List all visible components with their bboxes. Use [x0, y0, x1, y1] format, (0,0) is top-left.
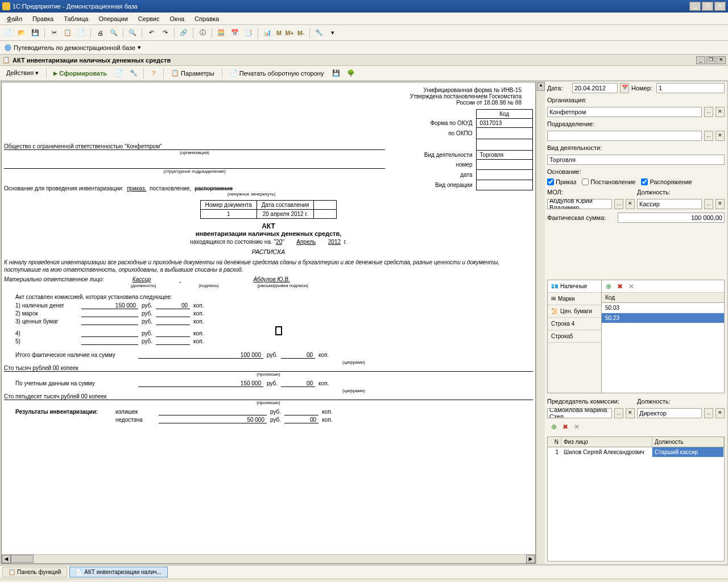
- actions-dropdown[interactable]: Действия ▾: [2, 68, 43, 78]
- guide-dropdown-icon[interactable]: ▾: [138, 44, 141, 51]
- chk-rasp[interactable]: Распоряжение: [641, 178, 692, 185]
- redo-icon[interactable]: ↷: [159, 27, 171, 39]
- params-button[interactable]: 📋 Параметры: [167, 68, 218, 78]
- tab-securities[interactable]: 📜Цен. бумаги: [548, 305, 601, 318]
- comm-clear-icon[interactable]: ✕: [572, 422, 581, 431]
- menu-service[interactable]: Сервис: [134, 14, 164, 23]
- print-back-button[interactable]: 📄 Печатать оборотную сторону: [226, 68, 328, 78]
- save-icon[interactable]: 💾: [30, 27, 41, 39]
- tab-panel-functions[interactable]: 📋Панель функций: [2, 567, 67, 577]
- export-icon[interactable]: 💾: [330, 67, 342, 80]
- m-button[interactable]: M: [275, 30, 283, 36]
- form-button[interactable]: Сформировать: [50, 69, 110, 78]
- m-minus-button[interactable]: M-: [296, 30, 306, 36]
- podr-clear-icon[interactable]: ✕: [715, 131, 725, 141]
- tab-akt-document[interactable]: 📄АКТ инвентаризации налич...: [69, 567, 168, 577]
- form-header-2: Утверждена постановлением Госкомстата: [4, 93, 533, 99]
- menu-table[interactable]: Таблица: [59, 14, 93, 23]
- grid-row-1[interactable]: 50.03: [602, 303, 724, 313]
- fact-field[interactable]: 100 000,00: [618, 213, 725, 223]
- menu-help[interactable]: Справка: [190, 14, 224, 23]
- tab-cash[interactable]: 💶Наличные: [548, 280, 601, 293]
- pos-clear-icon[interactable]: ✕: [715, 199, 725, 209]
- date-field[interactable]: 20.04.2012: [572, 83, 618, 93]
- chk-post[interactable]: Постановление: [582, 178, 635, 185]
- info-icon[interactable]: ⓘ: [197, 27, 208, 39]
- new-icon[interactable]: 📄: [2, 27, 14, 39]
- pred-select-icon[interactable]: ...: [614, 408, 623, 418]
- splitter-scrollbar[interactable]: ▲: [537, 82, 545, 564]
- chk-prikaz[interactable]: Приказ: [547, 178, 576, 185]
- comm-del-icon[interactable]: ✖: [561, 422, 570, 431]
- words-1: Сто тысяч рублей 00 копеек: [4, 365, 533, 372]
- menu-ops[interactable]: Операции: [94, 14, 132, 23]
- date-picker-icon[interactable]: 📅: [620, 83, 629, 93]
- grid-row-2[interactable]: 50.23: [602, 313, 724, 323]
- commission-row-1[interactable]: 1 Шилов Сергей Александрович Старший кас…: [548, 447, 724, 457]
- mol-select-icon[interactable]: ...: [614, 199, 623, 209]
- org-clear-icon[interactable]: ✕: [715, 107, 725, 117]
- close-button[interactable]: ✕: [714, 2, 726, 11]
- delete-row-icon[interactable]: ✖: [615, 282, 624, 291]
- doc-restore-button[interactable]: ❐: [706, 56, 715, 64]
- org-field[interactable]: Конфетпром: [547, 107, 702, 117]
- akt-intro: Акт составлен комиссией, которая установ…: [15, 294, 533, 300]
- link-icon[interactable]: 🔗: [178, 27, 189, 39]
- pred-pos-field[interactable]: Директор: [637, 408, 702, 418]
- vid-field[interactable]: Торговля: [547, 155, 725, 165]
- subdiv-line: [4, 162, 385, 169]
- print-icon[interactable]: 🖨: [94, 27, 106, 39]
- paste-icon[interactable]: 📄: [76, 27, 87, 39]
- add-row-icon[interactable]: ⊕: [604, 282, 613, 291]
- horizontal-scrollbar[interactable]: ◄ ►: [2, 554, 535, 563]
- menu-edit[interactable]: Правка: [28, 14, 58, 23]
- osn-prikaz: приказ,: [127, 185, 146, 192]
- calendar-icon[interactable]: 📅: [229, 27, 241, 39]
- document-pane: Унифицированная форма № ИНВ-15 Утвержден…: [1, 82, 536, 564]
- menu-file[interactable]: Файл: [2, 14, 27, 23]
- minimize-button[interactable]: _: [689, 2, 701, 11]
- copy-icon[interactable]: 📋: [62, 27, 73, 39]
- raspiska-title: РАСПИСКА: [4, 248, 533, 255]
- pred-field[interactable]: Самойлова Марина Степ: [547, 408, 612, 418]
- m-plus-button[interactable]: M+: [284, 30, 295, 36]
- preview-icon[interactable]: 🔍: [108, 27, 119, 39]
- tab-stamps[interactable]: ✉Марки: [548, 293, 601, 305]
- num-field[interactable]: 1: [656, 83, 725, 93]
- zoom-icon[interactable]: 🔍: [127, 27, 138, 39]
- podr-field[interactable]: [547, 131, 702, 141]
- clear-icon[interactable]: ✕: [627, 282, 636, 291]
- pos-field[interactable]: Кассир: [637, 199, 702, 209]
- properties-pane: Дата: 20.04.2012 📅 Номер: 1 Организация:…: [545, 82, 727, 564]
- mol-clear-icon[interactable]: ✕: [626, 199, 635, 209]
- pred-clear-icon[interactable]: ✕: [626, 408, 635, 418]
- menu-windows[interactable]: Окна: [166, 14, 189, 23]
- doc2-icon[interactable]: 📑: [243, 27, 254, 39]
- tool-icon[interactable]: 🔧: [313, 27, 325, 39]
- maximize-button[interactable]: ❐: [702, 2, 713, 11]
- calc-icon[interactable]: 🧮: [216, 27, 227, 39]
- dropdown-icon[interactable]: ▾: [327, 27, 338, 39]
- tree-icon[interactable]: 🌳: [345, 67, 357, 80]
- mol-field[interactable]: Абдулов Юрий Владимир: [547, 199, 612, 209]
- predpos-select-icon[interactable]: ...: [704, 408, 713, 418]
- help-icon[interactable]: ?: [147, 67, 160, 80]
- pos-select-icon[interactable]: ...: [704, 199, 713, 209]
- refresh-icon[interactable]: 📄: [113, 67, 125, 80]
- org-select-icon[interactable]: ...: [704, 107, 713, 117]
- doc-minimize-button[interactable]: _: [696, 56, 705, 64]
- tab-row5[interactable]: Строка5: [548, 330, 601, 343]
- podr-select-icon[interactable]: ...: [704, 131, 713, 141]
- settings-icon[interactable]: 🔧: [127, 67, 140, 80]
- undo-icon[interactable]: ↶: [146, 27, 157, 39]
- chart-icon[interactable]: 📊: [262, 27, 273, 39]
- cut-icon[interactable]: ✂: [48, 27, 60, 39]
- document-content[interactable]: Унифицированная форма № ИНВ-15 Утвержден…: [2, 82, 535, 554]
- tab-row4[interactable]: Строка 4: [548, 318, 601, 330]
- form-header-1: Унифицированная форма № ИНВ-15: [4, 87, 533, 93]
- doc-close-button[interactable]: ✕: [717, 56, 726, 64]
- predpos-clear-icon[interactable]: ✕: [715, 408, 725, 418]
- guide-link[interactable]: Путеводитель по демонстрационной базе: [14, 44, 135, 51]
- comm-add-icon[interactable]: ⊕: [549, 422, 559, 431]
- open-icon[interactable]: 📂: [16, 27, 27, 39]
